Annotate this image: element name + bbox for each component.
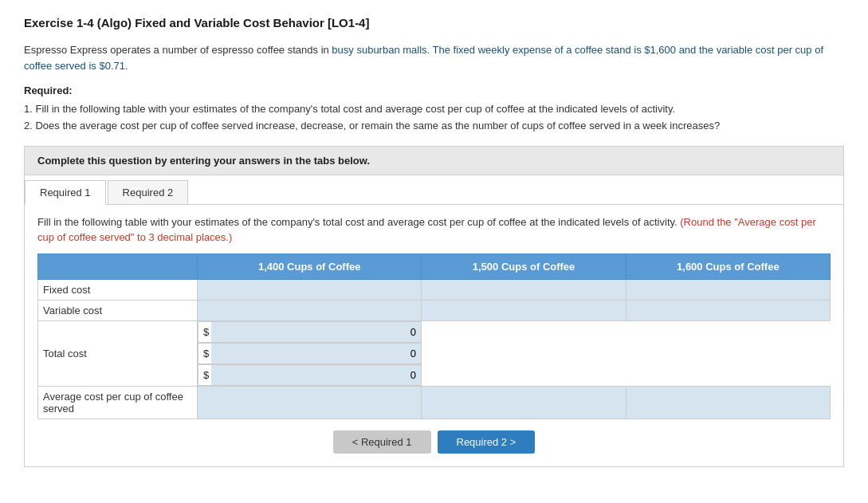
tab-required1[interactable]: Required 1	[25, 180, 106, 205]
variable-cost-col2-input[interactable]	[422, 301, 625, 320]
variable-cost-col3-input[interactable]	[626, 301, 830, 320]
variable-cost-col1-input[interactable]	[198, 301, 421, 320]
description-text: Espresso Express operates a number of es…	[24, 44, 332, 56]
tab-required1-label: Required 1	[40, 187, 91, 198]
variable-cost-col3-cell[interactable]	[626, 300, 830, 320]
table-row-total: Total cost $ $ $	[38, 320, 831, 386]
fixed-cost-col1-cell[interactable]	[198, 279, 422, 300]
tab1-content: Fill in the following table with your es…	[25, 205, 843, 466]
variable-cost-label: Variable cost	[38, 300, 198, 320]
total-cost-col2-wrap: $	[198, 343, 422, 364]
total-cost-col3-wrap: $	[198, 364, 422, 386]
total-dollar-2: $	[198, 344, 211, 363]
description: Espresso Express operates a number of es…	[24, 42, 844, 73]
required-item-1: 1. Fill in the following table with your…	[24, 101, 844, 118]
average-cost-col1-cell[interactable]	[198, 386, 422, 419]
tabs-container: Required 1 Required 2 Fill in the follow…	[24, 175, 844, 467]
complete-box: Complete this question by entering your …	[24, 146, 844, 175]
fixed-cost-col1-input[interactable]	[198, 280, 421, 300]
col-header-empty	[38, 253, 198, 279]
total-cost-col3-input[interactable]	[211, 365, 421, 385]
variable-cost-col2-cell[interactable]	[422, 300, 626, 320]
tabs-row: Required 1 Required 2	[25, 175, 843, 205]
average-cost-col3-input[interactable]	[626, 392, 830, 412]
tab-required2[interactable]: Required 2	[108, 180, 189, 204]
required-item-2: 2. Does the average cost per cup of coff…	[24, 118, 844, 135]
total-cost-col2-input[interactable]	[211, 344, 421, 363]
col-header-1500: 1,500 Cups of Coffee	[422, 253, 626, 279]
average-cost-label: Average cost per cup of coffee served	[38, 386, 198, 419]
average-cost-col2-cell[interactable]	[422, 386, 626, 419]
cost-table: 1,400 Cups of Coffee 1,500 Cups of Coffe…	[37, 253, 831, 419]
total-cost-col1-wrap: $	[198, 321, 422, 343]
average-cost-col3-cell[interactable]	[626, 386, 830, 419]
variable-cost-col1-cell[interactable]	[198, 300, 422, 320]
table-row-average: Average cost per cup of coffee served	[38, 386, 831, 419]
table-row-variable: Variable cost	[38, 300, 831, 320]
page-title: Exercise 1-4 (Algo) Fixed and Variable C…	[24, 16, 844, 29]
fixed-cost-label: Fixed cost	[38, 279, 198, 300]
tab1-description: Fill in the following table with your es…	[37, 214, 831, 246]
total-cost-col1-input[interactable]	[211, 322, 421, 342]
tab-required2-label: Required 2	[123, 187, 174, 198]
fixed-cost-col3-cell[interactable]	[626, 279, 830, 300]
tab1-desc-plain: Fill in the following table with your es…	[37, 216, 678, 228]
required-label: Required:	[24, 84, 844, 96]
col-header-1400: 1,400 Cups of Coffee	[198, 253, 422, 279]
average-cost-col1-input[interactable]	[198, 392, 421, 412]
prev-button[interactable]: < Required 1	[333, 430, 431, 454]
total-dollar-3: $	[198, 365, 211, 385]
total-dollar-1: $	[198, 322, 211, 342]
table-row-fixed: Fixed cost	[38, 279, 831, 300]
fixed-cost-col3-input[interactable]	[626, 280, 830, 300]
total-cost-label: Total cost	[38, 320, 198, 386]
required-items: 1. Fill in the following table with your…	[24, 101, 844, 135]
nav-buttons: < Required 1 Required 2 >	[37, 430, 831, 454]
fixed-cost-col2-input[interactable]	[422, 280, 625, 300]
col-header-1600: 1,600 Cups of Coffee	[626, 253, 830, 279]
average-cost-col2-input[interactable]	[422, 392, 625, 412]
fixed-cost-col2-cell[interactable]	[422, 279, 626, 300]
next-button[interactable]: Required 2 >	[438, 430, 536, 454]
